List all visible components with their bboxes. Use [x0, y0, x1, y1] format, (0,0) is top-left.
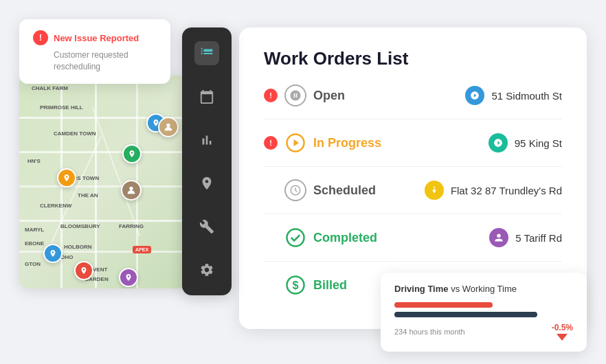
work-orders-title: Work Orders List	[264, 48, 562, 69]
wo-address-inprogress: 95 King St	[515, 137, 562, 149]
apex-label: APEX	[133, 246, 151, 253]
sidebar-item-settings[interactable]	[194, 258, 219, 282]
map-label-primrose: PRIMROSE HILL	[40, 104, 83, 111]
wo-right-scheduled: Flat 32 87 Trundley's Rd	[388, 181, 562, 200]
map-label-ebone: EBONE	[25, 240, 44, 247]
wo-left-completed: Completed	[264, 227, 388, 249]
map-pin-6	[119, 268, 138, 287]
map-pin-4	[43, 244, 63, 263]
status-icon-inprogress	[284, 132, 306, 154]
svg-text:$: $	[292, 279, 298, 291]
driving-bar	[394, 302, 493, 308]
map-label-farring: FARRING	[119, 223, 144, 229]
map-label-gton: GTON	[25, 261, 41, 267]
wo-status-open: Open	[313, 89, 345, 103]
svg-marker-3	[294, 139, 300, 146]
wo-left-scheduled: Scheduled	[264, 179, 388, 201]
status-icon-billed: $	[284, 274, 306, 296]
work-order-row-completed: Completed 5 Tariff Rd	[264, 227, 562, 249]
driving-title-working: Working Time	[462, 284, 517, 294]
map-label-bloomsbury: BLOOMSBURY	[60, 223, 100, 229]
map-label-chalk: CHALK FARM	[32, 85, 68, 91]
map-pin-5	[74, 261, 93, 280]
status-icon-open	[284, 84, 306, 106]
driving-footer: 234 hours this month -0.5%	[394, 323, 573, 341]
map-label-holborn: HOLBORN	[64, 244, 91, 250]
wo-address-open: 51 Sidmouth St	[491, 90, 562, 102]
driving-bar-container	[394, 302, 573, 317]
working-bar	[394, 312, 537, 317]
wo-status-completed: Completed	[313, 231, 377, 245]
driving-time-card: Driving Time vs Working Time 234 hours t…	[381, 273, 587, 352]
map-pin-2	[122, 144, 142, 163]
map-label-camden: CAMDEN TOWN	[54, 130, 96, 137]
sidebar-item-chart[interactable]	[194, 128, 219, 152]
driving-hours-label: 234 hours this month	[394, 328, 465, 336]
service-icon-inprogress	[489, 133, 508, 152]
wo-right-open: 51 Sidmouth St	[388, 86, 562, 105]
alert-dot-inprogress: !	[264, 136, 278, 150]
map-card: CHALK FARM PRIMROSE HILL CAMDEN TOWN HN'…	[19, 76, 188, 288]
avatar-pin-2	[121, 180, 142, 201]
notification-title: New Issue Reported	[54, 33, 139, 43]
avatar-pin-1	[158, 117, 179, 137]
map-label-clerkenw: CLERKENW	[40, 203, 71, 209]
wo-status-scheduled: Scheduled	[313, 183, 376, 198]
map-background: CHALK FARM PRIMROSE HILL CAMDEN TOWN HN'…	[19, 76, 188, 288]
wo-left-open: ! Open	[264, 84, 388, 106]
notification-header: ! New Issue Reported	[33, 30, 157, 45]
driving-card-title: Driving Time vs Working Time	[394, 284, 573, 294]
map-label-hns: HN'S	[27, 158, 41, 164]
service-icon-scheduled	[425, 181, 444, 200]
wo-left-inprogress: ! In Progress	[264, 132, 388, 154]
driving-percent-value: -0.5%	[552, 323, 573, 332]
svg-point-5	[287, 229, 304, 247]
work-order-row-open: ! Open 51 Sidmouth St	[264, 84, 562, 106]
wo-status-inprogress: In Progress	[313, 136, 381, 150]
wo-right-completed: 5 Tariff Rd	[388, 228, 562, 247]
map-label-the-an: THE AN	[78, 192, 98, 198]
wo-address-scheduled: Flat 32 87 Trundley's Rd	[451, 185, 562, 196]
status-icon-scheduled	[284, 179, 306, 201]
notification-body: Customer requested rescheduling	[33, 49, 157, 73]
alert-icon: !	[33, 30, 48, 45]
driving-percent-badge: -0.5%	[552, 323, 573, 341]
sidebar-item-calendar[interactable]	[194, 84, 219, 109]
wo-address-completed: 5 Tariff Rd	[515, 232, 562, 244]
map-pin-3	[57, 168, 76, 187]
map-label-maryl: MARYL	[25, 227, 44, 233]
wo-left-billed: $ Billed	[264, 274, 388, 296]
work-order-row-scheduled: Scheduled Flat 32 87 Trundley's Rd	[264, 179, 562, 201]
alert-dot-open: !	[264, 89, 278, 102]
wo-right-inprogress: 95 King St	[388, 133, 562, 152]
driving-title-bold: Driving Time	[394, 284, 449, 294]
sidebar	[182, 27, 232, 295]
svg-point-1	[129, 187, 133, 190]
sidebar-item-list[interactable]	[194, 41, 219, 65]
sidebar-item-location[interactable]	[194, 171, 219, 195]
service-icon-completed	[489, 228, 508, 247]
svg-point-0	[166, 124, 170, 127]
notification-card: ! New Issue Reported Customer requested …	[19, 19, 170, 84]
driving-title-vs: vs	[451, 284, 462, 294]
sidebar-item-wrench[interactable]	[194, 214, 219, 238]
status-icon-completed	[284, 227, 306, 249]
wo-status-billed: Billed	[313, 278, 347, 293]
work-order-row-inprogress: ! In Progress 95 King St	[264, 132, 562, 154]
service-icon-open	[465, 86, 484, 105]
driving-arrow-down	[557, 334, 568, 341]
